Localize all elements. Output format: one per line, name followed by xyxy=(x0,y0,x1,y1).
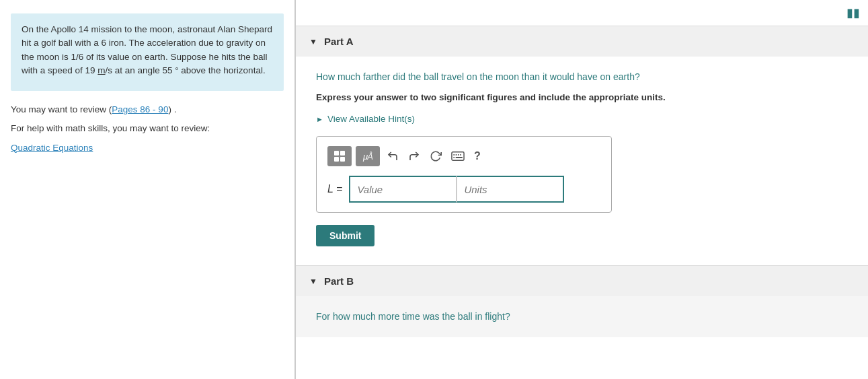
equation-label: L = xyxy=(327,183,342,195)
part-b-question: For how much more time was the ball in f… xyxy=(296,296,868,337)
units-input[interactable] xyxy=(457,176,564,203)
grid-button[interactable] xyxy=(327,146,352,166)
part-b-header[interactable]: ▼ Part B xyxy=(296,266,868,296)
part-a-instruction: Express your answer to two significant f… xyxy=(316,91,848,104)
hint-label: View Available Hint(s) xyxy=(327,114,415,124)
part-a-content: How much farther did the ball travel on … xyxy=(296,57,868,263)
answer-box: μÅ xyxy=(316,136,612,213)
keyboard-button[interactable] xyxy=(448,150,467,162)
mu-label: μÅ xyxy=(363,151,372,162)
svg-rect-4 xyxy=(452,152,464,160)
value-input[interactable] xyxy=(349,176,457,203)
part-b-label: Part B xyxy=(324,275,354,287)
context-text-1: On the Apollo 14 mission to the moon, as… xyxy=(22,23,273,77)
review-link: Quadratic Equations xyxy=(11,141,284,155)
refresh-icon xyxy=(430,150,442,162)
refresh-button[interactable] xyxy=(427,149,444,164)
bookmark-icon[interactable]: ▮▮ xyxy=(846,5,860,20)
mu-button[interactable]: μÅ xyxy=(356,146,380,166)
top-bar: ▮▮ xyxy=(296,0,868,26)
redo-button[interactable] xyxy=(405,149,423,164)
submit-button[interactable]: Submit xyxy=(316,225,374,246)
part-b-question-text: For how much more time was the ball in f… xyxy=(316,310,848,324)
redo-icon xyxy=(408,150,420,162)
quadratic-equations-link[interactable]: Quadratic Equations xyxy=(11,143,93,153)
part-b-section: ▼ Part B For how much more time was the … xyxy=(296,265,868,337)
hint-chevron-icon: ► xyxy=(316,115,323,123)
svg-rect-2 xyxy=(334,157,339,162)
undo-icon xyxy=(387,150,399,162)
part-a-header[interactable]: ▼ Part A xyxy=(296,26,868,57)
help-button[interactable]: ? xyxy=(471,149,483,164)
review-text-1: You may want to review (Pages 86 - 90) . xyxy=(11,103,284,116)
input-row: L = xyxy=(327,176,600,203)
help-label: ? xyxy=(474,150,481,162)
review-text-2: For help with math skills, you may want … xyxy=(11,122,284,135)
part-a-chevron: ▼ xyxy=(309,37,317,46)
toolbar: μÅ xyxy=(327,146,600,166)
svg-rect-3 xyxy=(340,157,345,162)
right-panel: ▮▮ ▼ Part A How much farther did the bal… xyxy=(296,0,868,379)
context-box: On the Apollo 14 mission to the moon, as… xyxy=(11,13,284,91)
hint-link[interactable]: ► View Available Hint(s) xyxy=(316,114,848,124)
svg-rect-0 xyxy=(334,151,339,156)
keyboard-icon xyxy=(451,151,465,161)
svg-rect-1 xyxy=(340,151,345,156)
part-a-section: ▼ Part A How much farther did the ball t… xyxy=(296,26,868,263)
undo-button[interactable] xyxy=(384,149,401,164)
grid-icon xyxy=(333,150,346,162)
part-a-question: How much farther did the ball travel on … xyxy=(316,70,848,84)
pages-link[interactable]: Pages 86 - 90 xyxy=(112,104,168,114)
left-panel: On the Apollo 14 mission to the moon, as… xyxy=(0,0,296,379)
part-b-chevron: ▼ xyxy=(309,277,317,286)
part-a-label: Part A xyxy=(324,36,354,47)
